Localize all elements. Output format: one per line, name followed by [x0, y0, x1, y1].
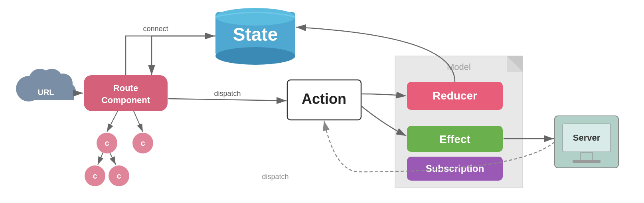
c1-to-c3-arrow	[98, 153, 103, 165]
svg-text:c: c	[105, 139, 109, 147]
svg-text:c: c	[140, 139, 145, 147]
action-node: Action	[287, 80, 361, 120]
svg-rect-28	[573, 160, 601, 163]
route-to-state-arrow	[126, 36, 215, 75]
state-label: State	[233, 24, 278, 45]
route-to-c1-arrow	[107, 111, 118, 132]
effect-label: Effect	[439, 133, 470, 145]
svg-text:c: c	[93, 171, 97, 180]
child-c3: c	[85, 165, 105, 186]
child-c2: c	[132, 133, 153, 153]
state-to-route-arrow	[152, 36, 215, 75]
route-to-action-arrow	[168, 99, 286, 101]
connect-label: connect	[143, 25, 168, 33]
reducer-node: Reducer	[407, 82, 503, 110]
svg-point-3	[215, 8, 295, 26]
state-node: State	[215, 8, 295, 65]
route-component-node: Route Component	[84, 75, 168, 111]
svg-rect-27	[581, 153, 593, 161]
reducer-label: Reducer	[433, 90, 477, 102]
action-label: Action	[302, 91, 346, 107]
child-c1: c	[97, 133, 117, 153]
server-label: Server	[573, 133, 601, 143]
svg-rect-11	[84, 75, 168, 111]
url-label: URL	[38, 88, 54, 97]
svg-text:c: c	[117, 171, 121, 180]
c1-to-c4-arrow	[110, 153, 116, 165]
route-to-c2-arrow	[134, 111, 143, 132]
effect-node: Effect	[407, 126, 503, 152]
route-component-label: Route	[113, 83, 138, 93]
dispatch1-label: dispatch	[214, 90, 241, 98]
child-c4: c	[109, 165, 129, 186]
dispatch2-label: dispatch	[262, 173, 288, 181]
url-node: URL	[16, 69, 76, 102]
svg-text:Component: Component	[101, 95, 150, 105]
svg-point-4	[215, 47, 295, 65]
server-node: Server	[555, 116, 618, 168]
